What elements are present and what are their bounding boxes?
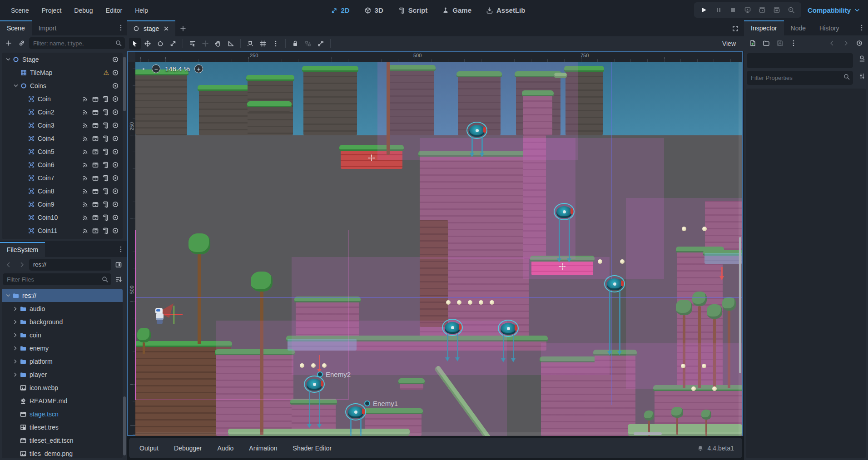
scene-node-coin[interactable]: Coin [2,92,123,105]
play-scene-button[interactable] [756,4,769,16]
add-node-button[interactable] [3,37,15,49]
file-filter-input[interactable] [3,273,111,285]
scene-node-coin3[interactable]: Coin3 [2,119,123,132]
remote-debug-button[interactable] [741,4,754,16]
bottom-tab-debugger[interactable]: Debugger [166,441,210,455]
skeleton-bone[interactable] [315,38,327,49]
property-tune-icon[interactable] [858,73,866,80]
inspector-menu-icon[interactable] [856,22,867,33]
save-resource-icon[interactable] [774,37,786,49]
file-tileset-edit-tscn[interactable]: tileset_edit.tscn [2,434,123,447]
stop-button[interactable] [727,4,739,16]
scene-node-coin9[interactable]: Coin9 [2,198,123,211]
menu-editor[interactable]: Editor [99,4,129,17]
menu-project[interactable]: Project [35,4,68,17]
filesystem-scrollbar[interactable] [123,396,126,455]
bottom-tab-shader-editor[interactable]: Shader Editor [285,441,340,455]
enemy-sprite[interactable] [345,403,366,420]
editor-screen-game[interactable]: Game [436,4,477,17]
scene-tree-scrollbar[interactable] [123,57,126,111]
tab-stage-scene[interactable]: stage [127,20,175,36]
coin-sprite[interactable] [468,300,472,305]
load-resource-icon[interactable] [760,37,772,49]
center-view-icon[interactable] [140,65,147,73]
scene-dock-menu-icon[interactable] [115,22,126,33]
history-back-icon[interactable] [3,259,15,271]
filesystem-dock-menu-icon[interactable] [115,244,126,255]
bottom-tab-output[interactable]: Output [132,441,166,455]
edit-forward-icon[interactable] [840,37,852,49]
object-history-icon[interactable] [853,37,865,49]
file-background[interactable]: background [2,315,123,328]
file-icon-webp[interactable]: icon.webp [2,381,123,394]
tab-node[interactable]: Node [784,20,813,35]
distraction-free-icon[interactable] [729,23,741,35]
canvas[interactable]: Enemy2Enemy1 − 146.4 % + [135,62,742,436]
list-select-tool[interactable] [187,38,198,49]
movie-maker-button[interactable] [785,4,798,16]
pivot-tool[interactable] [199,38,211,49]
view-menu[interactable]: View [717,38,741,49]
coin-sprite[interactable] [300,363,304,368]
scene-node-coin6[interactable]: Coin6 [2,158,123,171]
file-readme-md[interactable]: README.md [2,394,123,407]
snap-options-dots[interactable] [270,38,282,49]
editor-screen-2d[interactable]: 2D [325,4,355,17]
play-custom-scene-button[interactable] [770,4,783,16]
rotate-tool[interactable] [154,38,166,49]
new-scene-tab-button[interactable] [175,20,191,36]
ruler-tool[interactable] [225,38,237,49]
scene-node-coins[interactable]: Coins [2,79,123,92]
bottom-tab-audio[interactable]: Audio [210,441,242,455]
enemy-sprite[interactable] [604,275,625,292]
tab-filesystem[interactable]: FileSystem [0,242,45,257]
enemy-sprite[interactable] [554,203,575,220]
file-res-[interactable]: res:// [2,289,123,302]
tab-scene[interactable]: Scene [0,20,32,35]
player-sprite[interactable] [154,304,172,326]
scene-node-coin7[interactable]: Coin7 [2,171,123,184]
scene-node-coin10[interactable]: Coin10 [2,211,123,224]
history-forward-icon[interactable] [16,259,28,271]
coin-sprite[interactable] [311,363,316,368]
path-field[interactable]: res:// [29,259,111,271]
play-button[interactable] [698,4,710,16]
enemy-sprite[interactable] [498,320,519,337]
file-enemy[interactable]: enemy [2,341,123,355]
scene-node-tilemap[interactable]: TileMap⚠ [2,66,123,79]
coin-sprite[interactable] [682,227,686,231]
tab-inspector[interactable]: Inspector [744,20,784,35]
coin-sprite[interactable] [712,386,717,391]
editor-screen-3d[interactable]: 3D [359,4,389,17]
scene-node-coin8[interactable]: Coin8 [2,184,123,198]
lock[interactable] [289,38,301,49]
property-filter-input[interactable] [747,71,853,85]
enemy-sprite[interactable] [466,122,487,139]
coin-sprite[interactable] [702,227,707,231]
coin-sprite[interactable] [691,386,696,391]
scene-filter-input[interactable] [29,37,125,49]
pan-tool[interactable] [212,38,224,49]
zoom-out-button[interactable]: − [152,64,160,73]
coin-sprite[interactable] [322,363,327,368]
instance-scene-button[interactable] [16,37,28,49]
notification-bell-icon[interactable] [697,445,704,452]
scale-tool[interactable] [167,38,179,49]
move-tool[interactable] [142,38,154,49]
scene-node-stage[interactable]: Stage [2,53,123,66]
grid-snap[interactable] [257,38,269,49]
renderer-select[interactable]: Compatibility [808,6,861,14]
coin-sprite[interactable] [598,259,602,264]
file-tiles-demo-png[interactable]: tiles_demo.png [2,447,123,458]
smart-snap[interactable] [244,38,256,49]
sort-files-icon[interactable] [113,273,124,285]
open-docs-icon[interactable] [858,55,866,62]
warning-icon[interactable]: ⚠ [103,69,109,76]
edit-back-icon[interactable] [826,37,838,49]
canvas-hscroll-thumb[interactable] [634,432,662,435]
coin-sprite[interactable] [457,300,461,305]
bottom-tab-animation[interactable]: Animation [241,441,285,455]
coin-sprite[interactable] [620,259,625,264]
file-tileset-tres[interactable]: tileset.tres [2,420,123,434]
select-cursor[interactable] [129,38,141,49]
